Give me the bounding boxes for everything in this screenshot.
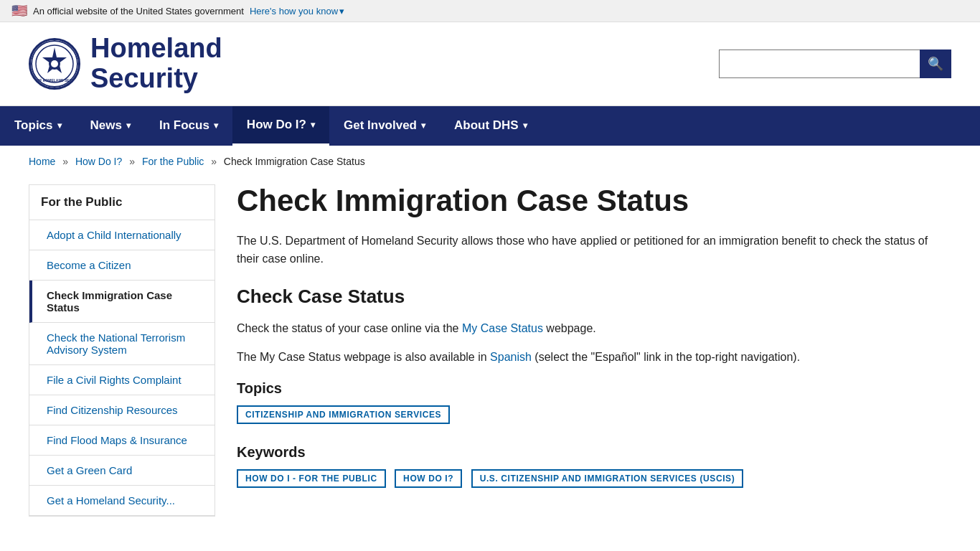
para2-after: (select the "Español" link in the top-ri…	[532, 351, 800, 363]
chevron-down-icon: ▾	[421, 121, 425, 131]
nav-item-infocus[interactable]: In Focus ▾	[145, 106, 232, 146]
intro-text: The U.S. Department of Homeland Security…	[237, 232, 951, 268]
para2-before: The My Case Status webpage is also avail…	[237, 351, 490, 363]
chevron-down-icon: ▾	[57, 121, 62, 131]
sidebar-title: For the Public	[29, 185, 215, 220]
sidebar-item-flood-maps[interactable]: Find Flood Maps & Insurance	[29, 425, 215, 456]
main-content: Check Immigration Case Status The U.S. D…	[237, 184, 951, 517]
para1: Check the status of your case online via…	[237, 319, 951, 338]
sidebar-item-terrorism[interactable]: Check the National Terrorism Advisory Sy…	[29, 323, 215, 365]
nav-item-topics[interactable]: Topics ▾	[0, 106, 76, 146]
sidebar-item-citizenship-resources[interactable]: Find Citizenship Resources	[29, 395, 215, 425]
spanish-link[interactable]: Spanish	[490, 351, 532, 363]
topics-label: Topics	[237, 380, 951, 397]
site-header: DEPT OF HOMELAND SECURITY Homeland Secur…	[0, 22, 980, 106]
chevron-down-icon: ▾	[214, 121, 218, 131]
breadcrumb-home[interactable]: Home	[29, 156, 55, 167]
breadcrumb-current: Check Immigration Case Status	[224, 156, 365, 167]
keywords-tags: HOW DO I - FOR THE PUBLIC HOW DO I? U.S.…	[237, 469, 951, 494]
chevron-down-icon: ▾	[523, 121, 527, 131]
tag-uscis[interactable]: U.S. CITIZENSHIP AND IMMIGRATION SERVICE…	[471, 469, 744, 488]
gov-banner: 🇺🇸 An official website of the United Sta…	[0, 0, 980, 22]
sidebar-item-adopt[interactable]: Adopt a Child Internationally	[29, 220, 215, 250]
main-nav: Topics ▾ News ▾ In Focus ▾ How Do I? ▾ G…	[0, 106, 980, 146]
sidebar-item-citizen[interactable]: Become a Citizen	[29, 250, 215, 281]
para1-before: Check the status of your case online via…	[237, 322, 462, 334]
page-content: For the Public Adopt a Child Internation…	[0, 177, 980, 545]
sidebar: For the Public Adopt a Child Internation…	[29, 184, 215, 517]
breadcrumb-forthepublic[interactable]: For the Public	[142, 156, 204, 167]
search-icon: 🔍	[928, 56, 943, 72]
logo-area: DEPT OF HOMELAND SECURITY Homeland Secur…	[29, 34, 222, 94]
search-input[interactable]	[719, 50, 920, 78]
nav-item-aboutdhs[interactable]: About DHS ▾	[440, 106, 542, 146]
page-title: Check Immigration Case Status	[237, 184, 951, 217]
tag-howdoi-public[interactable]: HOW DO I - FOR THE PUBLIC	[237, 469, 386, 488]
topics-tags: CITIZENSHIP AND IMMIGRATION SERVICES	[237, 405, 951, 430]
tag-citizenship[interactable]: CITIZENSHIP AND IMMIGRATION SERVICES	[237, 405, 450, 424]
dhs-seal: DEPT OF HOMELAND SECURITY	[29, 38, 80, 90]
breadcrumb-howdoi[interactable]: How Do I?	[75, 156, 122, 167]
sidebar-item-green-card[interactable]: Get a Green Card	[29, 456, 215, 486]
logo-text: Homeland Security	[90, 34, 222, 94]
sidebar-item-immigration-status[interactable]: Check Immigration Case Status	[29, 281, 215, 323]
tag-howdoi[interactable]: HOW DO I?	[395, 469, 462, 488]
para1-after: webpage.	[543, 322, 596, 334]
nav-item-getinvolved[interactable]: Get Involved ▾	[329, 106, 440, 146]
my-case-status-link[interactable]: My Case Status	[462, 322, 543, 334]
check-case-status-heading: Check Case Status	[237, 286, 951, 308]
keywords-label: Keywords	[237, 444, 951, 461]
flag-icon: 🇺🇸	[11, 3, 27, 19]
gov-banner-link[interactable]: Here's how you know ▾	[250, 6, 344, 17]
sidebar-item-homeland-security[interactable]: Get a Homeland Security...	[29, 486, 215, 516]
search-area: 🔍	[719, 50, 951, 78]
nav-item-howdoi[interactable]: How Do I? ▾	[232, 106, 329, 146]
para2: The My Case Status webpage is also avail…	[237, 348, 951, 367]
chevron-down-icon: ▾	[311, 120, 315, 130]
nav-item-news[interactable]: News ▾	[76, 106, 145, 146]
sidebar-item-civil-rights[interactable]: File a Civil Rights Complaint	[29, 365, 215, 395]
breadcrumb: Home » How Do I? » For the Public » Chec…	[0, 146, 980, 177]
chevron-down-icon: ▾	[126, 121, 131, 131]
svg-text:DEPT OF HOMELAND SECURITY: DEPT OF HOMELAND SECURITY	[31, 78, 78, 83]
gov-banner-text: An official website of the United States…	[33, 6, 244, 17]
search-button[interactable]: 🔍	[920, 50, 951, 78]
svg-point-5	[51, 60, 58, 67]
